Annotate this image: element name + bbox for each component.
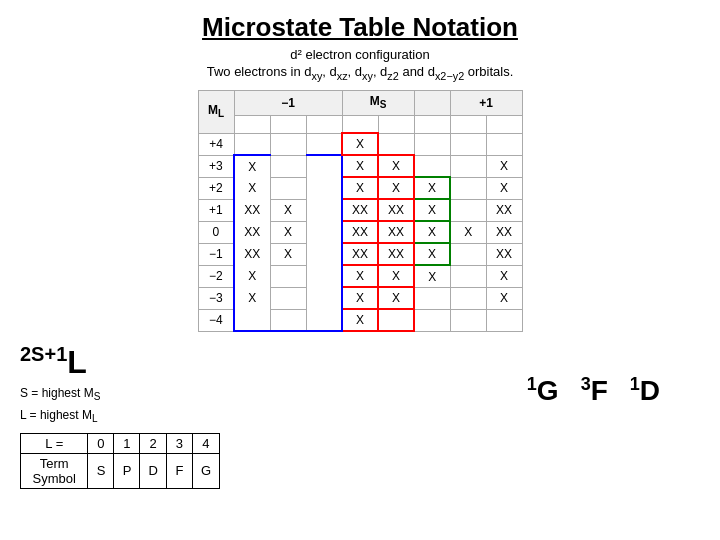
l-val-2: 2: [140, 433, 166, 453]
right-terms: 1G 3F 1D: [527, 344, 700, 407]
microstate-table-container: ML −1 MS +1: [198, 90, 523, 333]
l-val-3: 3: [166, 433, 192, 453]
table-row: −3 X X X X: [198, 287, 522, 309]
page: Microstate Table Notation d² electron co…: [0, 0, 720, 540]
table-row: +2 X X X X X: [198, 177, 522, 199]
legend: S = highest MS L = highest ML: [20, 384, 100, 427]
l-val-4: 4: [192, 433, 219, 453]
ml-header: ML: [198, 90, 234, 133]
term-p: P: [114, 453, 140, 488]
ms-zero-header: MS: [342, 90, 414, 115]
subtitle1: d² electron configuration: [290, 47, 429, 62]
term-1g: 1G: [527, 374, 559, 407]
table-row: +4 X: [198, 133, 522, 155]
ms-pos1-header: +1: [450, 90, 522, 115]
s-legend: S = highest MS: [20, 384, 100, 405]
l-legend: L = highest ML: [20, 406, 100, 427]
term-f: F: [166, 453, 192, 488]
term-d: D: [140, 453, 166, 488]
ms-zero2-header: [414, 90, 450, 115]
l-val-0: 0: [88, 433, 114, 453]
microstate-table: ML −1 MS +1: [198, 90, 523, 333]
l-val-1: 1: [114, 433, 140, 453]
table-row: −4 X: [198, 309, 522, 331]
table-row: −2 X X X X X: [198, 265, 522, 287]
table-row: 0 XX X XX XX X X XX: [198, 221, 522, 243]
term-notation: 2S+1L: [20, 344, 87, 378]
term-g: G: [192, 453, 219, 488]
l-table: L = 0 1 2 3 4 Term Symbol S P D F G: [20, 433, 220, 489]
table-row: +3 X X X X: [198, 155, 522, 177]
left-notation: 2S+1L S = highest MS L = highest ML L = …: [20, 344, 220, 488]
term-symbol-label: Term Symbol: [21, 453, 88, 488]
l-label: L =: [21, 433, 88, 453]
main-title: Microstate Table Notation: [202, 12, 518, 43]
term-3f: 3F: [581, 374, 608, 407]
table-row: +1 XX X XX XX X XX: [198, 199, 522, 221]
table-row: −1 XX X XX XX X XX: [198, 243, 522, 265]
term-s: S: [88, 453, 114, 488]
ms-neg1-header: −1: [234, 90, 342, 115]
bottom-section: 2S+1L S = highest MS L = highest ML L = …: [20, 344, 700, 488]
subtitle2: Two electrons in dxy, dxz, dxy, dz2 and …: [207, 64, 514, 82]
term-1d: 1D: [630, 374, 660, 407]
l-table-wrap: L = 0 1 2 3 4 Term Symbol S P D F G: [20, 433, 220, 489]
